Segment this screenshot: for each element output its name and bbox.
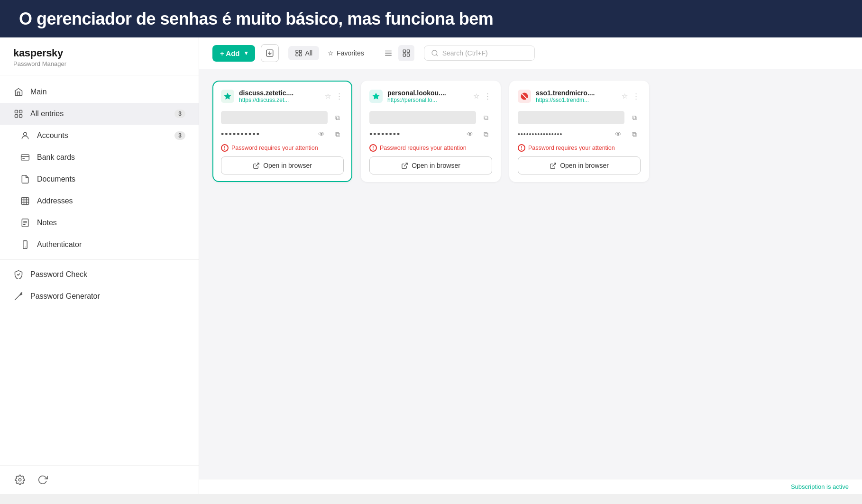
- nav-label-notes: Notes: [37, 219, 185, 227]
- star-icon: ☆: [328, 49, 334, 57]
- home-icon: [13, 87, 24, 97]
- shield-check-icon: [13, 269, 24, 280]
- sidebar-item-notes[interactable]: Notes: [0, 212, 199, 234]
- filter-all-button[interactable]: All: [288, 46, 320, 60]
- note-icon: [20, 218, 30, 228]
- svg-line-29: [436, 55, 438, 56]
- copy-username-button-1[interactable]: ⧉: [331, 111, 344, 124]
- open-browser-button-3[interactable]: Open in browser: [518, 156, 641, 174]
- sidebar-item-password-check[interactable]: Password Check: [0, 264, 199, 285]
- menu-button-3[interactable]: ⋮: [632, 91, 641, 101]
- brand-subtitle: Password Manager: [13, 60, 185, 67]
- card-favicon-2: [369, 90, 383, 103]
- username-masked-3: [518, 111, 624, 124]
- main-content: + Add ▾ All ☆ Favorites: [199, 37, 862, 494]
- card-url-2: https://personal.lo...: [387, 97, 468, 103]
- filter-group: All ☆ Favorites: [288, 46, 371, 60]
- status-text: Subscription is active: [791, 483, 849, 490]
- menu-button-1[interactable]: ⋮: [335, 91, 344, 101]
- svg-point-12: [25, 247, 26, 247]
- password-dots-3: ••••••••••••••••: [518, 131, 608, 137]
- brand-name: kaspersky: [13, 47, 185, 59]
- external-link-icon-3: [550, 162, 557, 169]
- open-browser-label-1: Open in browser: [263, 162, 312, 169]
- card-body-2: ⧉ •••••••• 👁 ⧉ ! Password requires your …: [362, 109, 500, 181]
- filter-favorites-button[interactable]: ☆ Favorites: [321, 46, 371, 60]
- settings-button[interactable]: [13, 473, 27, 486]
- attention-icon-2: !: [369, 144, 377, 152]
- sidebar-item-all-entries[interactable]: All entries 3: [0, 103, 199, 125]
- attention-icon-1: !: [221, 144, 229, 152]
- open-browser-button-1[interactable]: Open in browser: [221, 156, 344, 174]
- open-browser-button-2[interactable]: Open in browser: [369, 156, 492, 174]
- password-row-3: •••••••••••••••• 👁 ⧉: [518, 128, 641, 140]
- sidebar-item-authenticator[interactable]: Authenticator: [0, 234, 199, 256]
- external-link-icon-2: [401, 162, 408, 169]
- nav-badge-accounts: 3: [174, 131, 185, 140]
- sidebar-item-main[interactable]: Main: [0, 81, 199, 103]
- nav-label-all-entries: All entries: [30, 110, 168, 118]
- copy-username-button-3[interactable]: ⧉: [628, 111, 641, 124]
- show-password-button-3[interactable]: 👁: [612, 128, 624, 140]
- sidebar-logo: kaspersky Password Manager: [0, 37, 199, 75]
- entry-card-2: personal.lookou.... https://personal.lo.…: [361, 81, 501, 182]
- wand-icon: [13, 291, 24, 302]
- card-icon: [20, 152, 30, 163]
- banner-text: O gerenciador de senhas é muito básico, …: [19, 9, 493, 28]
- username-masked-2: [369, 111, 476, 124]
- svg-point-15: [18, 478, 21, 481]
- show-password-button-2[interactable]: 👁: [464, 128, 476, 140]
- sidebar-nav: Main All entries 3 Accounts 3: [0, 75, 199, 465]
- copy-username-button-2[interactable]: ⧉: [480, 111, 492, 124]
- card-body-3: ⧉ •••••••••••••••• 👁 ⧉ ! Password requir…: [510, 109, 648, 181]
- svg-line-33: [404, 163, 407, 166]
- grid-view-button[interactable]: [398, 45, 414, 61]
- import-button[interactable]: [261, 44, 279, 62]
- password-dots-2: ••••••••: [369, 130, 460, 138]
- sidebar: kaspersky Password Manager Main All entr…: [0, 37, 199, 494]
- username-row-2: ⧉: [369, 111, 492, 124]
- password-row-2: •••••••• 👁 ⧉: [369, 128, 492, 140]
- external-link-icon-1: [253, 162, 260, 169]
- sidebar-footer: [0, 465, 199, 494]
- menu-button-2[interactable]: ⋮: [483, 91, 492, 101]
- attention-badge-1: ! Password requires your attention: [221, 144, 344, 152]
- open-browser-label-3: Open in browser: [560, 162, 609, 169]
- attention-icon-3: !: [518, 144, 525, 152]
- search-box[interactable]: [424, 46, 535, 61]
- favorite-button-2[interactable]: ☆: [472, 91, 480, 101]
- show-password-button-1[interactable]: 👁: [315, 128, 328, 140]
- list-view-button[interactable]: [380, 45, 396, 61]
- favorite-button-1[interactable]: ☆: [324, 91, 332, 101]
- sidebar-item-addresses[interactable]: Addresses: [0, 190, 199, 212]
- open-browser-label-2: Open in browser: [412, 162, 460, 169]
- search-input[interactable]: [442, 49, 528, 57]
- copy-password-button-1[interactable]: ⧉: [331, 128, 344, 140]
- entry-card: discuss.zetetic.... https://discuss.zet.…: [212, 81, 352, 182]
- add-button[interactable]: + Add ▾: [212, 45, 255, 62]
- card-title-1: discuss.zetetic....: [239, 89, 319, 97]
- sidebar-item-documents[interactable]: Documents: [0, 168, 199, 190]
- svg-rect-27: [407, 54, 409, 56]
- sidebar-item-accounts[interactable]: Accounts 3: [0, 125, 199, 147]
- card-favicon-3: [518, 90, 531, 103]
- svg-rect-2: [15, 115, 18, 118]
- svg-rect-25: [407, 50, 409, 52]
- svg-marker-30: [224, 93, 231, 100]
- username-masked-1: [221, 111, 328, 124]
- favorite-button-3[interactable]: ☆: [621, 91, 629, 101]
- sidebar-item-password-generator[interactable]: Password Generator: [0, 285, 199, 307]
- nav-label-bank-cards: Bank cards: [37, 153, 185, 162]
- svg-point-4: [24, 133, 27, 136]
- cards-area: discuss.zetetic.... https://discuss.zet.…: [199, 69, 862, 479]
- nav-label-authenticator: Authenticator: [37, 240, 185, 249]
- refresh-button[interactable]: [36, 473, 49, 486]
- svg-point-28: [432, 50, 437, 55]
- attention-text-2: Password requires your attention: [380, 145, 467, 151]
- copy-password-button-2[interactable]: ⧉: [480, 128, 492, 140]
- svg-rect-17: [296, 50, 298, 53]
- svg-rect-26: [403, 54, 405, 56]
- sidebar-item-bank-cards[interactable]: Bank cards: [0, 147, 199, 168]
- nav-label-accounts: Accounts: [37, 131, 168, 140]
- copy-password-button-3[interactable]: ⧉: [628, 128, 641, 140]
